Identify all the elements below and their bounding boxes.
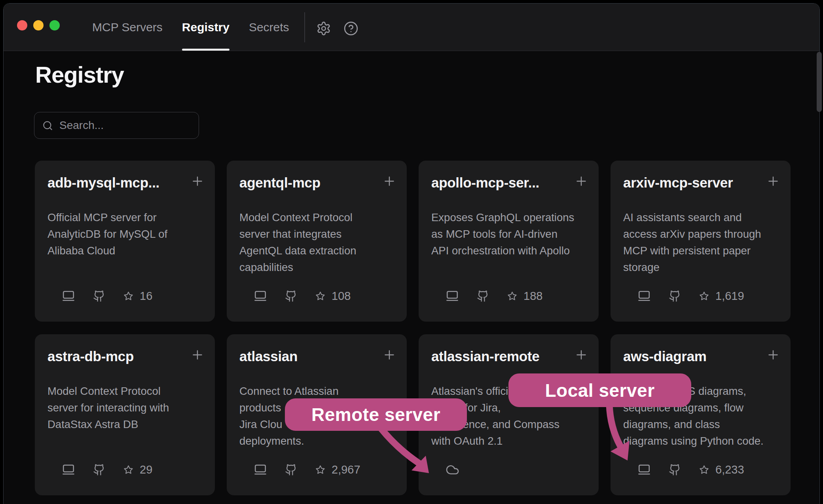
- help-icon: [343, 21, 358, 36]
- star-count: 6,233: [715, 463, 744, 476]
- star-icon: [699, 291, 709, 301]
- cloud-icon: [446, 463, 459, 477]
- github-icon: [285, 290, 297, 302]
- card-footer: 1,619: [637, 288, 782, 304]
- server-description: Connect to AtlassianproductsJira Cloudep…: [239, 383, 398, 449]
- server-card[interactable]: agentql-mcpModel Context Protocolserver …: [227, 161, 407, 322]
- laptop-icon: [254, 289, 267, 303]
- server-name: aws-diagram: [623, 349, 758, 364]
- plus-icon: [190, 348, 205, 362]
- plus-icon: [574, 174, 588, 188]
- add-server-button[interactable]: [188, 345, 207, 364]
- add-server-button[interactable]: [380, 172, 399, 191]
- star-count-group: 188: [507, 290, 542, 303]
- laptop-icon: [637, 289, 651, 303]
- server-card[interactable]: astra-db-mcpModel Context Protocolserver…: [35, 334, 215, 495]
- add-server-button[interactable]: [572, 345, 591, 364]
- star-icon: [123, 464, 134, 475]
- add-server-button[interactable]: [380, 345, 399, 364]
- github-icon: [669, 464, 681, 476]
- server-card[interactable]: arxiv-mcp-serverAI assistants search and…: [611, 161, 791, 322]
- server-card[interactable]: apollo-mcp-ser...Exposes GraphQL operati…: [419, 161, 599, 322]
- server-card[interactable]: atlassian-remoteAtlassian's official MCP…: [419, 334, 599, 495]
- star-count-group: 16: [123, 290, 152, 303]
- server-description: Official MCP server forAnalyticDB for My…: [47, 209, 206, 259]
- github-icon: [285, 464, 297, 476]
- server-card[interactable]: adb-mysql-mcp...Official MCP server forA…: [35, 161, 215, 322]
- close-button[interactable]: [17, 20, 27, 30]
- github-icon: [93, 290, 105, 302]
- server-description: Exposes GraphQL operationsas MCP tools f…: [431, 209, 590, 259]
- server-name: astra-db-mcp: [47, 349, 182, 364]
- laptop-icon: [446, 289, 459, 303]
- star-icon: [315, 464, 326, 475]
- gear-icon: [316, 21, 331, 36]
- search-input[interactable]: [59, 119, 191, 132]
- add-server-button[interactable]: [188, 172, 207, 191]
- app-window: MCP Servers Registry Secrets Registry ad…: [3, 3, 820, 504]
- star-count-group: 29: [123, 463, 152, 476]
- settings-button[interactable]: [314, 19, 333, 38]
- star-icon: [123, 291, 134, 301]
- star-count: 2,967: [332, 463, 360, 476]
- search-box: [34, 112, 199, 139]
- card-footer: 2,967: [254, 461, 398, 478]
- card-footer: 188: [446, 288, 590, 304]
- star-count-group: 108: [315, 290, 351, 303]
- star-icon: [507, 291, 518, 301]
- server-name: apollo-mcp-ser...: [431, 175, 566, 191]
- tab-mcp-servers[interactable]: MCP Servers: [92, 4, 163, 51]
- search-icon: [42, 120, 53, 131]
- help-button[interactable]: [341, 19, 360, 38]
- star-icon: [315, 291, 326, 301]
- scrollbar-thumb[interactable]: [817, 52, 822, 112]
- plus-icon: [190, 174, 205, 188]
- github-icon: [669, 290, 681, 302]
- plus-icon: [766, 348, 780, 362]
- server-name: atlassian: [239, 349, 374, 364]
- server-card[interactable]: atlassianConnect to AtlassianproductsJir…: [227, 334, 407, 495]
- zoom-button[interactable]: [49, 20, 60, 30]
- window-controls: [17, 20, 60, 30]
- plus-icon: [382, 174, 396, 188]
- server-description: Model Context Protocolserver that integr…: [239, 209, 398, 276]
- minimize-button[interactable]: [33, 20, 44, 30]
- page-title: Registry: [35, 61, 124, 88]
- plus-icon: [382, 348, 396, 362]
- tab-secrets[interactable]: Secrets: [249, 4, 289, 51]
- plus-icon: [574, 348, 588, 362]
- server-name: agentql-mcp: [239, 175, 374, 191]
- server-description: Model Context Protocolserver for interac…: [47, 383, 206, 433]
- tab-registry[interactable]: Registry: [182, 4, 229, 51]
- card-footer: [446, 461, 590, 478]
- card-footer: 6,233: [637, 461, 782, 478]
- card-footer: 29: [62, 461, 206, 478]
- server-card[interactable]: aws-diagramGenerate AWS diagrams,sequenc…: [611, 334, 791, 495]
- star-count-group: 2,967: [315, 463, 360, 476]
- server-name: adb-mysql-mcp...: [47, 175, 182, 191]
- github-icon: [93, 464, 105, 476]
- toolbar-divider: [304, 12, 305, 42]
- add-server-button[interactable]: [572, 172, 591, 191]
- server-name: arxiv-mcp-server: [623, 175, 758, 191]
- server-description: Generate AWS diagrams,sequence diagrams,…: [623, 383, 782, 449]
- server-description: Atlassian's official MCPserver for Jira,…: [431, 383, 590, 449]
- star-count: 29: [140, 463, 152, 476]
- plus-icon: [766, 174, 780, 188]
- laptop-icon: [62, 289, 75, 303]
- github-icon: [477, 290, 489, 302]
- add-server-button[interactable]: [764, 345, 783, 364]
- server-description: AI assistants search andaccess arXiv pap…: [623, 209, 782, 276]
- star-count: 16: [140, 290, 152, 303]
- laptop-icon: [62, 463, 75, 476]
- card-footer: 16: [62, 288, 206, 304]
- laptop-icon: [637, 463, 651, 476]
- star-count-group: 6,233: [699, 463, 744, 476]
- star-count-group: 1,619: [699, 290, 744, 303]
- registry-grid: adb-mysql-mcp...Official MCP server forA…: [35, 161, 791, 495]
- card-footer: 108: [254, 288, 398, 304]
- laptop-icon: [254, 463, 267, 476]
- add-server-button[interactable]: [764, 172, 783, 191]
- star-count: 108: [332, 290, 351, 303]
- title-bar: MCP Servers Registry Secrets: [4, 4, 819, 51]
